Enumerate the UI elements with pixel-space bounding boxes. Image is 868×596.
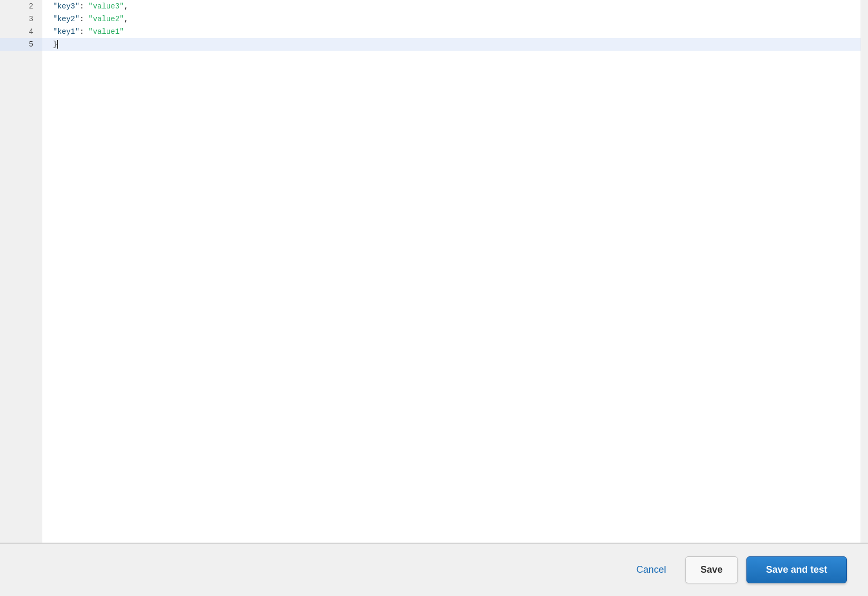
token-value-3: "value3" <box>88 2 124 11</box>
code-line-4: "key1": "value1" <box>42 25 861 38</box>
scrollbar[interactable] <box>861 0 868 543</box>
code-line-3: "key2": "value2", <box>42 13 861 25</box>
line-number-4: 4 <box>0 25 42 38</box>
save-and-test-button[interactable]: Save and test <box>746 556 847 583</box>
token-value-2: "value2" <box>88 15 124 23</box>
token-key-1: "key1" <box>53 27 79 36</box>
code-area[interactable]: 2 3 4 5 "key3": "value3", "key2": "value… <box>0 0 868 543</box>
code-line-2: "key3": "value3", <box>42 0 861 13</box>
token-comma-3: , <box>124 2 128 11</box>
line-number-2: 2 <box>0 0 42 13</box>
token-colon-3: : <box>79 2 88 11</box>
code-line-5: } <box>42 38 861 51</box>
cancel-button[interactable]: Cancel <box>626 559 677 581</box>
token-comma-2: , <box>124 15 128 23</box>
text-cursor <box>57 40 58 49</box>
editor-container: 2 3 4 5 "key3": "value3", "key2": "value… <box>0 0 868 543</box>
line-number-5: 5 <box>0 38 42 51</box>
token-key-2: "key2" <box>53 15 79 23</box>
token-value-1: "value1" <box>88 27 124 36</box>
token-colon-1: : <box>79 27 88 36</box>
token-key-3: "key3" <box>53 2 79 11</box>
token-closing-brace: } <box>53 40 57 49</box>
code-editor[interactable]: "key3": "value3", "key2": "value2", "key… <box>42 0 861 543</box>
token-colon-2: : <box>79 15 88 23</box>
save-button[interactable]: Save <box>685 556 738 583</box>
line-number-3: 3 <box>0 13 42 25</box>
line-numbers: 2 3 4 5 <box>0 0 42 543</box>
footer-bar: Cancel Save Save and test <box>0 543 868 596</box>
